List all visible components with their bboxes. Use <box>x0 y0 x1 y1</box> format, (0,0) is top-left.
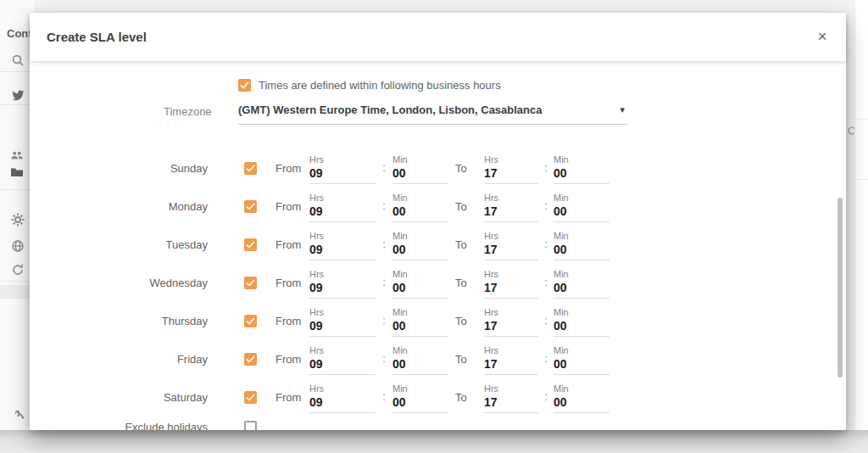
day-checkbox[interactable] <box>244 353 257 366</box>
min-label: Min <box>554 192 609 204</box>
business-hours-day-list: Sunday From Hrs : Min To Hrs : Min Monda… <box>30 149 846 417</box>
from-hrs-input[interactable] <box>309 166 376 184</box>
to-label: To <box>455 162 477 175</box>
colon-separator: : <box>538 149 554 174</box>
to-min-input[interactable] <box>554 166 609 184</box>
from-min-input[interactable] <box>392 243 448 260</box>
hrs-label: Hrs <box>309 154 376 166</box>
to-min-input[interactable] <box>554 319 609 337</box>
from-hrs-input[interactable] <box>309 395 376 413</box>
refresh-icon[interactable] <box>11 263 25 277</box>
day-checkbox[interactable] <box>244 315 257 327</box>
min-label: Min <box>392 154 448 166</box>
to-min-input[interactable] <box>554 204 609 222</box>
min-label: Min <box>392 192 448 204</box>
day-label: Wednesday <box>102 277 208 289</box>
from-hrs-input[interactable] <box>309 204 376 222</box>
day-row-friday: Friday From Hrs : Min To Hrs : Min <box>30 340 846 378</box>
hrs-label: Hrs <box>309 230 376 243</box>
business-hours-row: Times are defined within following busin… <box>238 79 846 92</box>
hrs-label: Hrs <box>484 154 538 166</box>
to-hrs-input[interactable] <box>484 243 538 260</box>
create-sla-level-dialog: Create SLA level × Times are defined wit… <box>30 13 846 430</box>
twitter-icon[interactable] <box>11 88 25 102</box>
close-icon[interactable]: × <box>812 27 832 48</box>
day-checkbox[interactable] <box>244 162 257 175</box>
min-label: Min <box>392 383 448 395</box>
exclude-holidays-checkbox[interactable] <box>244 421 257 430</box>
to-hrs-input[interactable] <box>484 357 538 375</box>
min-label: Min <box>554 306 609 319</box>
colon-separator: : <box>538 302 554 327</box>
from-min-input[interactable] <box>392 281 448 299</box>
background-bottom-area <box>0 430 868 453</box>
hrs-label: Hrs <box>484 192 538 204</box>
to-hrs-input[interactable] <box>484 395 538 413</box>
to-min-input[interactable] <box>554 357 609 375</box>
colon-separator: : <box>376 302 392 327</box>
day-label: Sunday <box>102 162 208 175</box>
from-min-input[interactable] <box>392 204 448 222</box>
from-hrs-input[interactable] <box>309 281 376 299</box>
colon-separator: : <box>376 264 392 288</box>
hrs-label: Hrs <box>309 383 376 395</box>
min-label: Min <box>554 383 609 395</box>
to-min-input[interactable] <box>554 243 609 260</box>
to-min-input[interactable] <box>554 281 609 299</box>
people-icon[interactable] <box>10 148 24 162</box>
to-hrs-input[interactable] <box>484 204 538 222</box>
dialog-body: Times are defined within following busin… <box>30 61 846 430</box>
hrs-label: Hrs <box>309 306 376 319</box>
day-checkbox[interactable] <box>244 238 257 251</box>
hrs-label: Hrs <box>484 344 538 357</box>
dialog-scrollbar-thumb[interactable] <box>837 198 843 378</box>
min-label: Min <box>392 306 448 319</box>
wrench-icon[interactable] <box>13 409 26 422</box>
exclude-holidays-row: Exclude holidays <box>30 421 846 430</box>
day-row-tuesday: Tuesday From Hrs : Min To Hrs : Min <box>30 226 846 264</box>
min-label: Min <box>554 268 609 281</box>
to-hrs-input[interactable] <box>484 319 538 337</box>
timezone-value: (GMT) Western Europe Time, London, Lisbo… <box>238 103 542 116</box>
background-panel <box>854 0 868 453</box>
search-icon[interactable] <box>11 53 25 67</box>
gear-icon[interactable] <box>11 213 25 226</box>
from-min-input[interactable] <box>392 357 448 375</box>
globe-icon[interactable] <box>11 239 25 253</box>
colon-separator: : <box>538 264 554 288</box>
colon-separator: : <box>376 340 392 365</box>
hrs-label: Hrs <box>484 268 538 281</box>
colon-separator: : <box>376 378 392 403</box>
to-hrs-input[interactable] <box>484 166 538 184</box>
from-hrs-input[interactable] <box>309 357 376 375</box>
to-hrs-input[interactable] <box>484 281 538 299</box>
day-checkbox[interactable] <box>244 277 257 289</box>
folder-icon[interactable] <box>10 165 24 179</box>
from-label: From <box>275 391 303 404</box>
day-label: Tuesday <box>102 238 208 251</box>
colon-separator: : <box>538 378 554 403</box>
from-min-input[interactable] <box>392 319 448 337</box>
day-checkbox[interactable] <box>244 391 257 404</box>
to-label: To <box>455 391 477 404</box>
hrs-label: Hrs <box>484 383 538 395</box>
day-checkbox[interactable] <box>244 200 257 213</box>
business-hours-checkbox[interactable] <box>238 79 251 92</box>
from-min-input[interactable] <box>392 395 448 413</box>
colon-separator: : <box>376 187 392 212</box>
from-label: From <box>275 315 303 327</box>
business-hours-label: Times are defined within following busin… <box>259 79 501 92</box>
from-label: From <box>275 200 303 213</box>
from-hrs-input[interactable] <box>309 243 376 260</box>
from-min-input[interactable] <box>392 166 448 184</box>
timezone-select[interactable]: (GMT) Western Europe Time, London, Lisbo… <box>238 103 627 125</box>
panel-divider <box>855 119 868 120</box>
from-hrs-input[interactable] <box>309 319 376 337</box>
hrs-label: Hrs <box>309 344 376 357</box>
day-row-wednesday: Wednesday From Hrs : Min To Hrs : Min <box>30 264 846 302</box>
timezone-row: Timezone (GMT) Western Europe Time, Lond… <box>164 103 846 125</box>
to-min-input[interactable] <box>554 395 609 413</box>
day-label: Saturday <box>102 391 208 404</box>
colon-separator: : <box>376 226 392 250</box>
panel-divider <box>855 179 868 180</box>
